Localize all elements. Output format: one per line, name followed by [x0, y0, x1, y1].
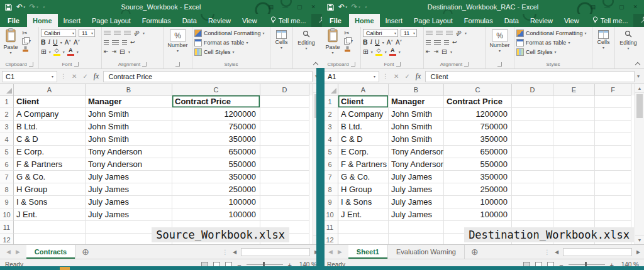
fill-color-dropdown-icon[interactable]: ▾	[63, 50, 65, 54]
scroll-up-icon[interactable]: ▲	[635, 84, 644, 93]
cell-B2[interactable]: John Smith	[86, 108, 172, 121]
cell-D8[interactable]	[260, 183, 309, 196]
fill-color-button[interactable]: ◇	[375, 48, 382, 56]
dialog-launcher-icon[interactable]	[497, 62, 502, 67]
title-bar[interactable]: ↶▾ ↷▾ ▾ Source_Workbook - Excel ▤ — ▢ ✕	[0, 0, 322, 14]
scrollbar-grip-icon[interactable]: ⋮	[544, 249, 550, 256]
row-header-2[interactable]: 2	[0, 108, 14, 121]
cell-F9[interactable]	[595, 196, 631, 208]
cell-A2[interactable]: A Company	[338, 108, 389, 121]
cell-A1[interactable]: Client	[338, 95, 389, 108]
orientation-dropdown-icon[interactable]: ▾	[143, 31, 145, 35]
cell-A4[interactable]: C & D	[338, 133, 389, 146]
name-box-dropdown-icon[interactable]: ▾	[374, 74, 375, 78]
decrease-indent-icon[interactable]: ⇤	[426, 49, 431, 55]
cell-D1[interactable]	[512, 95, 553, 108]
collapse-ribbon-icon[interactable]	[635, 61, 640, 66]
ribbon-tab-home[interactable]: Home	[349, 14, 380, 27]
font-color-button[interactable]: A	[389, 48, 396, 56]
row-header-11[interactable]: 11	[0, 221, 14, 234]
horizontal-scrollbar[interactable]: ⋮ ◀ ▶	[222, 245, 322, 259]
sheet-prev-icon[interactable]: ◀	[328, 249, 333, 255]
format-painter-icon[interactable]	[344, 46, 353, 53]
cell-B8[interactable]: July James	[86, 183, 172, 196]
ribbon-tab-review[interactable]: Review	[203, 14, 236, 27]
cells-button[interactable]: Cells ▾	[272, 28, 291, 68]
column-header-B[interactable]: B	[389, 84, 444, 95]
shrink-font-button[interactable]: A˅	[74, 39, 80, 46]
cell-A1[interactable]: Client	[14, 95, 86, 108]
column-header-A[interactable]: A	[338, 84, 389, 95]
redo-icon[interactable]: ↷▾	[352, 3, 360, 11]
cell-A8[interactable]: H Group	[14, 183, 86, 196]
dialog-launcher-icon[interactable]	[29, 62, 33, 67]
row-header-6[interactable]: 6	[0, 158, 14, 171]
format-as-table-button[interactable]: Format as Table ▾	[516, 38, 590, 47]
new-sheet-icon[interactable]: ⊕	[465, 245, 485, 259]
ribbon-tab-insert[interactable]: Insert	[58, 14, 87, 27]
cell-E1[interactable]	[553, 95, 595, 108]
dialog-launcher-icon[interactable]	[74, 62, 79, 67]
cell-B2[interactable]: John Smith	[389, 108, 444, 121]
cell-B6[interactable]: Tony Anderson	[86, 158, 172, 171]
cell-F10[interactable]	[595, 208, 631, 221]
zoom-slider[interactable]	[569, 264, 605, 265]
close-icon[interactable]: ✕	[311, 4, 316, 10]
cell-A4[interactable]: C & D	[14, 133, 86, 146]
cell-A6[interactable]: F & Partners	[14, 158, 86, 171]
number-dropdown-icon[interactable]: ▾	[499, 48, 501, 53]
insert-function-icon[interactable]: fx	[416, 72, 421, 81]
cell-D4[interactable]	[260, 133, 309, 146]
cell-C8[interactable]: 250000	[172, 183, 260, 196]
cancel-icon[interactable]: ✕	[394, 73, 399, 80]
align-right-icon[interactable]	[444, 40, 449, 45]
underline-button[interactable]: U	[53, 39, 58, 46]
borders-dropdown-icon[interactable]: ▾	[371, 50, 373, 54]
cell-A9[interactable]: I & Sons	[338, 196, 389, 208]
underline-dropdown-icon[interactable]: ▾	[60, 40, 62, 45]
shrink-font-button[interactable]: A˅	[396, 39, 402, 46]
ribbon-tab-formulas[interactable]: Formulas	[136, 14, 177, 27]
cell-F6[interactable]	[595, 158, 631, 171]
cell-C9[interactable]: 100000	[172, 196, 260, 208]
dialog-launcher-icon[interactable]	[396, 62, 401, 67]
sheet-tab-evaluation-warning[interactable]: Evaluation Warning	[388, 245, 465, 259]
qat-customize-icon[interactable]: ▾	[364, 6, 367, 9]
increase-indent-icon[interactable]: ⇥	[434, 49, 439, 55]
ribbon-tab-formulas[interactable]: Formulas	[458, 14, 499, 27]
row-header-4[interactable]: 4	[0, 133, 14, 146]
cell-D3[interactable]	[260, 121, 309, 133]
maximize-icon[interactable]: ▢	[297, 4, 303, 10]
cell-B3[interactable]: John Smith	[86, 121, 172, 133]
font-size-combo[interactable]: 11▾	[401, 29, 417, 37]
ribbon-tab-home[interactable]: Home	[27, 14, 58, 27]
font-name-combo[interactable]: Calibri▾	[363, 29, 398, 37]
underline-dropdown-icon[interactable]: ▾	[382, 40, 384, 45]
cell-F7[interactable]	[595, 171, 631, 183]
cell-E2[interactable]	[553, 108, 595, 121]
select-all-corner[interactable]	[0, 84, 14, 95]
cell-B4[interactable]: John Smith	[86, 133, 172, 146]
vertical-scroll-thumb[interactable]	[636, 94, 643, 118]
horizontal-scrollbar[interactable]: ⋮ ◀ ▶	[544, 245, 644, 259]
number-dropdown-icon[interactable]: ▾	[177, 48, 179, 53]
cell-D10[interactable]	[260, 208, 309, 221]
ribbon-tab-insert[interactable]: Insert	[380, 14, 409, 27]
cell-F1[interactable]	[595, 95, 631, 108]
cell-C6[interactable]: 550000	[172, 158, 260, 171]
align-right-icon[interactable]	[122, 40, 127, 45]
sheet-tab-contracts[interactable]: Contracts	[26, 245, 75, 259]
share-button[interactable]: Share	[311, 14, 322, 27]
cell-C2[interactable]: 1200000	[444, 108, 512, 121]
cell-D7[interactable]	[260, 171, 309, 183]
sheet-tab-sheet1[interactable]: Sheet1	[348, 245, 388, 259]
align-left-icon[interactable]	[104, 40, 109, 45]
merge-dropdown-icon[interactable]: ▾	[128, 50, 130, 54]
cell-E9[interactable]	[553, 196, 595, 208]
ribbon-tab-page-layout[interactable]: Page Layout	[408, 14, 458, 27]
align-middle-icon[interactable]	[436, 31, 443, 36]
cell-C5[interactable]: 650000	[172, 146, 260, 158]
row-header-10[interactable]: 10	[0, 208, 14, 221]
cell-F4[interactable]	[595, 133, 631, 146]
cell-C1[interactable]: Contract Price	[444, 95, 512, 108]
